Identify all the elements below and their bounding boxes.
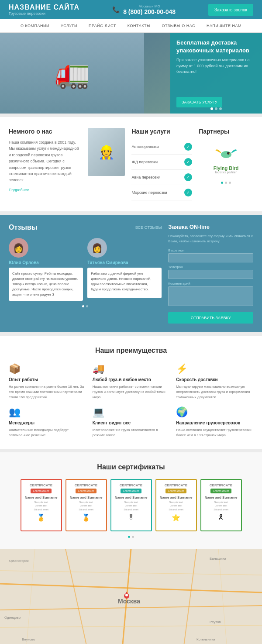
- phone-label: Телефон: [168, 265, 253, 269]
- cert-seal-1: 🥇: [37, 513, 45, 522]
- advantage-title-speed: Скорость доставки: [176, 377, 253, 382]
- services-col: Наши услуги Автоперевозки ✓ ЖД перевозки…: [131, 128, 192, 200]
- advantage-text-cargo: Наша компания работает со всеми типами г…: [93, 384, 170, 400]
- map-background: Москва Красногорск Балашиха Одинцово Реу…: [0, 549, 262, 644]
- svg-text:Балашиха: Балашиха: [210, 557, 227, 561]
- svg-text:Москва: Москва: [118, 598, 140, 605]
- review-text-2: Работаем с данной фирмой уже довольно да…: [87, 268, 162, 298]
- advantage-icon-experience: 📦: [9, 363, 86, 375]
- reviews-main: Отзывы ВСЕ ОТЗЫВЫ 👩 Юлия Орлова Сайт про…: [9, 224, 162, 324]
- service-label-air: Авиа перевозки: [131, 175, 160, 179]
- advantage-experience: 📦 Опыт работы На рынке компания на рынке…: [9, 363, 86, 400]
- nav-item-services[interactable]: УСЛУГИ: [59, 19, 79, 32]
- svg-text:Внуково: Внуково: [22, 637, 35, 641]
- review-text-1: Сайт просто супер. Ребята молодцы, делаю…: [9, 268, 83, 301]
- advantage-title-routes: Направление грузоперевозок: [176, 420, 253, 425]
- cert-header-4: CERTIFICATE: [165, 483, 187, 487]
- hero-dot-2[interactable]: [215, 107, 217, 110]
- certificates-title: Наши сертификаты: [9, 463, 253, 471]
- service-label-sea: Морские перевозки: [131, 190, 167, 195]
- hero-dot-1[interactable]: [210, 107, 213, 110]
- all-reviews-link[interactable]: ВСЕ ОТЗЫВЫ: [135, 225, 162, 230]
- service-label-rail: ЖД перевозки: [131, 160, 157, 164]
- advantage-title-managers: Менеджеры: [9, 420, 86, 425]
- bird-logo-container: [213, 144, 239, 165]
- nav-item-reviews[interactable]: ОТЗЫВЫ О НАС: [160, 19, 197, 32]
- cert-badge-1: Lorem dolor: [31, 489, 51, 493]
- reviewer-name-1: Юлия Орлова: [9, 260, 83, 265]
- advantage-text-routes: Наша компания осуществляет грузоперевозк…: [176, 427, 253, 438]
- certificates-row: CERTIFICATE Lorem dolor Name and Surname…: [9, 479, 253, 531]
- reviewer-avatar-1: 👩: [9, 238, 28, 258]
- about-text-col: Немного о нас Наша компания создана в 20…: [9, 128, 81, 200]
- divider-2: [0, 211, 262, 215]
- logo: НАЗВАНИЕ САЙТА Грузовые перевозки: [9, 3, 79, 16]
- partner-dot-3[interactable]: [229, 182, 231, 184]
- service-label-auto: Автоперевозки: [131, 145, 159, 149]
- comment-field: Комментарий: [168, 282, 253, 307]
- reviewer-name-2: Татьяна Смирнова: [87, 260, 162, 265]
- cert-detail-2: Sample textLorem textSit and amet: [79, 500, 93, 511]
- service-icon-auto: ✓: [184, 143, 192, 151]
- reviews-section: Отзывы ВСЕ ОТЗЫВЫ 👩 Юлия Орлова Сайт про…: [0, 215, 262, 332]
- header: НАЗВАНИЕ САЙТА Грузовые перевозки 📞 Моск…: [0, 0, 262, 19]
- cert-name-1: Name and Surname: [25, 496, 58, 499]
- nav-item-contacts[interactable]: КОНТАКТЫ: [126, 19, 152, 32]
- bird-logo-sub: logistics partner: [215, 171, 237, 174]
- partner-dot-2[interactable]: [225, 182, 227, 184]
- about-section: Немного о нас Наша компания создана в 20…: [0, 117, 262, 211]
- partner-dots: [199, 182, 253, 184]
- advantage-cargo: 🚚 Любой груз-в любое место Наша компания…: [93, 363, 170, 400]
- reviews-header: Отзывы ВСЕ ОТЗЫВЫ: [9, 224, 162, 231]
- services-title: Наши услуги: [131, 128, 192, 135]
- reviews-cards: 👩 Юлия Орлова Сайт просто супер. Ребята …: [9, 238, 162, 301]
- hero-overlay-button[interactable]: ЗАКАЗАТЬ УСЛУГУ: [176, 97, 222, 107]
- phone-input[interactable]: [168, 270, 253, 279]
- nav-item-write[interactable]: НАПИШИТЕ НАМ: [205, 19, 243, 32]
- advantages-title: Наши преимущества: [9, 347, 253, 355]
- divider-3: [0, 332, 262, 336]
- review-dot-1[interactable]: [82, 305, 84, 307]
- cert-header-5: CERTIFICATE: [210, 483, 232, 487]
- cert-name-5: Name and Surname: [205, 496, 238, 499]
- hero-dots: [210, 107, 222, 110]
- advantage-title-cargo: Любой груз-в любое место: [93, 377, 170, 382]
- advantage-icon-visibility: 💻: [93, 406, 170, 418]
- cert-dot-1[interactable]: [128, 536, 130, 538]
- name-input[interactable]: [168, 253, 253, 262]
- about-more-link[interactable]: Подробнее: [9, 188, 29, 192]
- advantages-section: Наши преимущества 📦 Опыт работы На рынке…: [0, 336, 262, 449]
- cert-dot-2[interactable]: [132, 536, 134, 538]
- about-title: Немного о нас: [9, 128, 81, 135]
- phone-field: Телефон: [168, 265, 253, 279]
- main-nav: О КОМПАНИИ УСЛУГИ ПРАЙС-ЛИСТ КОНТАКТЫ ОТ…: [0, 19, 262, 33]
- hero-dot-3[interactable]: [219, 107, 222, 110]
- cert-dots: [9, 536, 253, 538]
- header-cta-button[interactable]: Заказать звонок: [208, 4, 253, 16]
- advantage-icon-managers: 👥: [9, 406, 86, 418]
- phone-icon: 📞: [112, 6, 120, 13]
- nav-item-about[interactable]: О КОМПАНИИ: [19, 19, 51, 32]
- partner-logo: Flying Bird logistics partner: [199, 139, 253, 178]
- review-card-1: 👩 Юлия Орлова Сайт просто супер. Ребята …: [9, 238, 83, 301]
- header-phone-info: Москва и МО 8 (800) 200-00-048: [123, 4, 176, 15]
- name-field: Ваше имя: [168, 248, 253, 262]
- cert-card-4: CERTIFICATE Lorem dolor Name and Surname…: [155, 479, 197, 531]
- svg-point-20: [125, 594, 128, 596]
- advantage-managers: 👥 Менеджеры Внимательные менеджеры подбе…: [9, 406, 86, 438]
- partner-dot-1[interactable]: [221, 182, 223, 184]
- cert-seal-5: 🎗: [217, 513, 224, 521]
- cert-detail-4: Sample textLorem textSit and amet: [169, 500, 183, 511]
- cert-name-3: Name and Surname: [115, 496, 148, 499]
- nav-item-price[interactable]: ПРАЙС-ЛИСТ: [87, 19, 118, 32]
- review-dot-2[interactable]: [86, 305, 88, 307]
- cert-name-2: Name and Surname: [70, 496, 103, 499]
- online-form-description: Пожалуйста, заполните эту форму и мы свя…: [168, 234, 253, 244]
- map-section: Москва Красногорск Балашиха Одинцово Реу…: [0, 549, 262, 644]
- service-icon-sea: ✓: [184, 189, 192, 196]
- advantage-icon-routes: 🌍: [176, 406, 253, 418]
- comment-input[interactable]: [168, 286, 253, 306]
- service-item-air: Авиа перевозки ✓: [131, 170, 192, 185]
- submit-button[interactable]: Отправить заявку: [168, 312, 253, 324]
- advantage-title-experience: Опыт работы: [9, 377, 86, 382]
